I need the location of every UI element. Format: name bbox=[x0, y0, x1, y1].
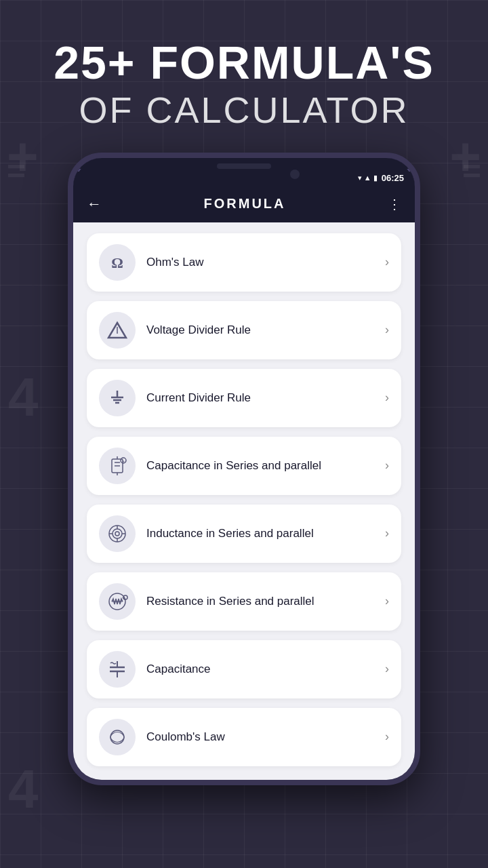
resistance-series-label: Resistance in Series and parallel bbox=[146, 594, 374, 609]
current-divider-icon-wrap bbox=[99, 380, 136, 416]
capacitance-chevron: › bbox=[385, 662, 389, 676]
capacitance-series-label: Capacitance in Series and parallel bbox=[146, 458, 374, 473]
formula-item-inductance-series[interactable]: Inductance in Series and parallel › bbox=[87, 505, 401, 563]
capacitance-icon-wrap bbox=[99, 651, 136, 688]
coulomb-icon bbox=[107, 727, 127, 747]
formula-item-ohms-law[interactable]: Ω Ohm's Law › bbox=[87, 233, 401, 292]
ohms-law-icon-wrap: Ω bbox=[99, 244, 136, 281]
phone-camera bbox=[290, 170, 300, 179]
menu-button[interactable]: ⋮ bbox=[388, 196, 401, 212]
ohms-law-label: Ohm's Law bbox=[146, 255, 374, 270]
ohms-law-chevron: › bbox=[385, 255, 389, 269]
svg-point-15 bbox=[113, 529, 122, 538]
capacitance-series-icon-wrap: + bbox=[99, 448, 136, 484]
formula-item-resistance-series[interactable]: Resistance in Series and parallel › bbox=[87, 572, 401, 631]
triangle-icon bbox=[107, 320, 127, 340]
voltage-divider-chevron: › bbox=[385, 323, 389, 337]
current-divider-label: Current Divider Rule bbox=[146, 391, 374, 406]
wifi-icon: ▾ bbox=[358, 174, 362, 182]
app-bar: ← FORMULA ⋮ bbox=[73, 186, 415, 222]
capacitance-series-chevron: › bbox=[385, 458, 389, 473]
omega-icon: Ω bbox=[107, 252, 127, 273]
formula-item-voltage-divider[interactable]: Voltage Divider Rule › bbox=[87, 301, 401, 359]
battery-icon: ▮ bbox=[373, 174, 378, 182]
phone-speaker bbox=[217, 163, 271, 169]
formula-item-current-divider[interactable]: Current Divider Rule › bbox=[87, 369, 401, 427]
signal-icon: ▲ bbox=[364, 174, 371, 182]
header-line2: OF CALCULATOR bbox=[0, 88, 488, 132]
formula-item-capacitance-series[interactable]: + Capacitance in Series and parallel › bbox=[87, 437, 401, 495]
header-line1: 25+ FORMULA'S bbox=[0, 37, 488, 88]
inductor-series-icon bbox=[105, 521, 129, 546]
back-button[interactable]: ← bbox=[87, 195, 102, 213]
svg-text:+: + bbox=[122, 459, 125, 463]
inductance-series-label: Inductance in Series and parallel bbox=[146, 526, 374, 541]
resistor-series-icon bbox=[105, 589, 129, 614]
current-divider-chevron: › bbox=[385, 391, 389, 405]
coulombs-law-chevron: › bbox=[385, 730, 389, 744]
capacitance-label: Capacitance bbox=[146, 662, 374, 677]
coulombs-law-label: Coulomb's Law bbox=[146, 730, 374, 745]
phone-mockup: ▾ ▲ ▮ 06:25 ← FORMULA ⋮ Ω Ohm's Law › bbox=[68, 153, 420, 785]
inductance-series-chevron: › bbox=[385, 526, 389, 540]
coulombs-law-icon-wrap bbox=[99, 719, 136, 755]
formula-item-capacitance[interactable]: Capacitance › bbox=[87, 640, 401, 698]
capacitor-icon bbox=[107, 659, 127, 679]
ground-icon bbox=[107, 388, 127, 408]
app-bar-title: FORMULA bbox=[110, 196, 380, 212]
resistance-series-icon-wrap bbox=[99, 583, 136, 620]
status-bar: ▾ ▲ ▮ 06:25 bbox=[73, 172, 415, 186]
svg-point-16 bbox=[115, 532, 119, 536]
status-icons: ▾ ▲ ▮ bbox=[358, 174, 378, 182]
inductance-series-icon-wrap bbox=[99, 515, 136, 552]
voltage-divider-label: Voltage Divider Rule bbox=[146, 323, 374, 338]
status-time: 06:25 bbox=[382, 173, 404, 183]
formula-item-coulombs-law[interactable]: Coulomb's Law › bbox=[87, 708, 401, 766]
voltage-divider-icon-wrap bbox=[99, 312, 136, 349]
svg-text:Ω: Ω bbox=[111, 254, 123, 271]
formula-list: Ω Ohm's Law › Voltage Divider Rule › bbox=[73, 222, 415, 780]
header-section: 25+ FORMULA'S OF CALCULATOR bbox=[0, 0, 488, 153]
resistance-series-chevron: › bbox=[385, 594, 389, 608]
capacitor-series-icon: + bbox=[105, 454, 129, 478]
